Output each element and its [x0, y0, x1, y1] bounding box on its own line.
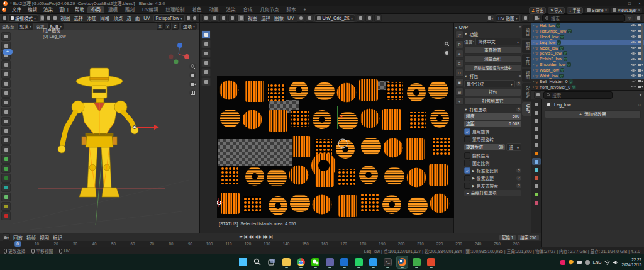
taskbar-search-icon[interactable] [252, 256, 263, 268]
timeline-menu-marker[interactable]: 标记 [51, 234, 64, 241]
hide-icon[interactable] [631, 79, 636, 83]
ortho-grid-icon[interactable] [189, 89, 196, 96]
outliner-item-Waist_low[interactable]: ›▽Waist_low▽ [531, 67, 644, 73]
auto-key-icon[interactable]: ●▾ [239, 234, 242, 239]
minimize-button[interactable]: – [618, 1, 621, 6]
snap-magnet-icon[interactable] [186, 14, 191, 22]
taskbar-task-view-icon[interactable] [267, 256, 277, 268]
workspace-tab-3[interactable]: UV编辑 [138, 6, 162, 13]
taskbar-start-icon[interactable] [238, 256, 248, 268]
outliner-item-Neck_low[interactable]: ›▽Neck_low▽ [531, 45, 644, 51]
properties-tab-0[interactable] [532, 101, 541, 108]
pan-hand-icon[interactable] [189, 72, 196, 79]
frame-start-field[interactable]: 起始 1 [499, 235, 516, 240]
workspace-tab-7[interactable]: 渲染 [222, 6, 239, 13]
menu-view[interactable]: 视图 [58, 14, 72, 21]
pixel-margin-help-icon[interactable]: ? [516, 176, 521, 181]
outliner-item-Shoulder_low[interactable]: ›▽Shoulder_low▽ [531, 62, 644, 67]
flip-enable-checkbox[interactable]: 翻转启用 [464, 152, 521, 159]
expand-icon[interactable]: › [533, 35, 534, 39]
uv-menu-select[interactable]: 选择 [259, 14, 272, 21]
pack-button[interactable]: 打包 [464, 89, 521, 96]
viewport-3d[interactable]: 坐标系: 默认▾ 衰减: 标准▾ XYZ 选项▾ + 用户透视 (0) Leg_… [0, 23, 200, 233]
features-section-header[interactable]: ▼功能 [464, 31, 521, 37]
outliner-item-Hat_low[interactable]: ›▽Hat_low▽ [531, 23, 644, 28]
expand-icon[interactable]: › [533, 29, 534, 33]
properties-tab-9[interactable] [532, 174, 541, 181]
uv-menu-image[interactable]: 图像 [272, 14, 286, 21]
uvp-panel-header[interactable]: ▾ UVP ≡ [455, 24, 521, 31]
outliner-item-Belt_Holster_0[interactable]: ›▽Belt_Holster_0▽ [531, 79, 644, 84]
viewport-tool-icon-19[interactable] [1, 211, 11, 220]
viewport-tool-icon-9[interactable] [1, 117, 11, 126]
uv-map-selector[interactable]: UV 贴图 ▾ [496, 14, 520, 22]
measure-area-button[interactable]: 测量面积 [464, 55, 521, 63]
taskbar-chrome-icon[interactable] [296, 256, 306, 268]
uvp-tool-icon-1[interactable]: P [455, 40, 464, 48]
workspace-tab-add[interactable]: + [299, 6, 309, 13]
expand-icon[interactable]: › [533, 74, 534, 78]
menu-face[interactable]: 面 [133, 14, 142, 21]
mirror-z-toggle[interactable]: Z [172, 23, 179, 30]
workspace-tab-8[interactable]: 合成 [239, 6, 256, 13]
viewport-tool-icon-4[interactable] [1, 70, 11, 79]
camera-visibility-icon[interactable] [638, 69, 643, 72]
retopoflow-dropdown[interactable]: RetopoFlow▾ [153, 14, 185, 22]
eye-icon[interactable] [631, 63, 636, 67]
uv-editor-type-icon[interactable] [202, 14, 209, 22]
taskbar-clock[interactable]: 22:22 2024/12/15 [621, 257, 641, 267]
blender-menu-icon[interactable] [2, 8, 6, 12]
timeline-menu-keying[interactable]: 插帧 [25, 234, 38, 241]
eye-icon[interactable] [631, 69, 636, 72]
rotation-step-field[interactable]: 旋转步进90 [464, 144, 505, 150]
pixel-margin-toggle[interactable]: ▶像素边距? [464, 175, 521, 181]
language-indicator[interactable]: ENG [593, 260, 602, 264]
pack-to-others-button[interactable]: 打包到其它 [464, 98, 521, 105]
uv-menu-view[interactable]: 视图 [246, 14, 259, 21]
properties-tab-12[interactable] [532, 199, 541, 206]
eye-icon[interactable] [631, 57, 636, 61]
new-image-icon[interactable] [357, 14, 364, 22]
maximize-button[interactable]: □ [628, 1, 631, 6]
properties-search-input[interactable]: 搜索 [543, 91, 613, 99]
pre-rotation-disable-checkbox[interactable]: 禁用预旋转 [464, 136, 521, 142]
workspace-tab-0[interactable]: 布局 [87, 6, 104, 13]
sidebar-tab-zenuv[interactable]: ZenUV [522, 83, 531, 101]
proportional-edit-icon[interactable] [192, 14, 197, 22]
taskbar-whatsapp-icon[interactable] [353, 256, 364, 268]
properties-tab-5[interactable] [532, 142, 541, 149]
viewport-tool-icon-14[interactable] [1, 164, 11, 173]
menu-select[interactable]: 选择 [72, 14, 85, 21]
outliner-filter-icon[interactable]: ▽ [626, 14, 633, 22]
unlink-image-icon[interactable]: × [351, 16, 353, 20]
workspace-tab-5[interactable]: 着色 [188, 6, 205, 13]
close-button[interactable]: × [638, 1, 641, 6]
heuristic-search-help-icon[interactable]: ? [516, 183, 521, 188]
pack-mode-dropdown[interactable]: 单个分块▾ [464, 80, 515, 87]
viewport-tool-icon-0[interactable] [1, 32, 11, 41]
uv-edge-select-icon[interactable] [219, 14, 227, 22]
sidebar-tab-uvp[interactable]: UVP [522, 102, 531, 115]
outliner-scrollbar[interactable] [641, 25, 643, 61]
properties-tab-6[interactable] [532, 150, 541, 157]
expand-icon[interactable]: › [533, 62, 534, 67]
pin-image-icon[interactable] [374, 14, 382, 22]
uvp-tool-icon-0[interactable]: tY [455, 31, 464, 39]
rotation-enable-checkbox[interactable]: ✓启用旋转 [464, 128, 521, 135]
volume-icon[interactable] [613, 260, 618, 265]
add-modifier-button[interactable]: + 添加修改器 [545, 110, 641, 118]
normalize-scale-toggle[interactable]: ✓▶标准化比例? [464, 167, 521, 174]
uvp-tool-icon-2[interactable]: A [455, 50, 464, 58]
outliner-display-mode-icon[interactable]: ▾ [533, 14, 541, 22]
uvp-tool-icon-7[interactable]: + [455, 97, 464, 105]
unlink-scene-icon[interactable]: × [605, 8, 608, 12]
battery-icon[interactable] [577, 261, 582, 264]
pack-options-section-header[interactable]: ▼打包选项? [464, 106, 521, 112]
taskbar-terminal-icon[interactable]: >_ [382, 256, 393, 268]
menu-edit[interactable]: 编辑 [25, 6, 40, 13]
shield-icon[interactable] [569, 260, 574, 265]
uv-tool-icon-5[interactable] [201, 77, 211, 86]
camera-view-icon[interactable] [189, 81, 196, 87]
properties-tab-10[interactable] [532, 183, 541, 189]
outliner-item-Wrist_low[interactable]: ›▽Wrist_low▽ [531, 73, 644, 79]
